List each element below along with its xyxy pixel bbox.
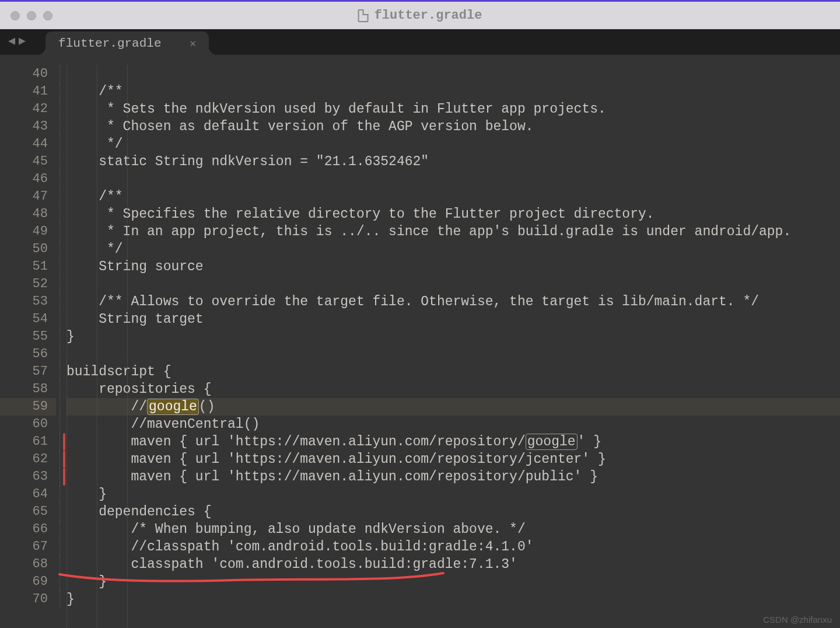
code-line[interactable]: } — [66, 573, 840, 591]
line-number: 61 — [0, 433, 48, 451]
tab-label: flutter.gradle — [58, 37, 161, 50]
code-line[interactable] — [66, 170, 840, 188]
line-number: 45 — [0, 153, 48, 170]
code-line[interactable]: repositories { — [66, 381, 840, 398]
line-number-gutter: 4041424344454647484950515253545556575859… — [0, 55, 56, 628]
line-number: 47 — [0, 188, 48, 205]
code-line[interactable]: dependencies { — [66, 503, 840, 521]
nav-back-icon[interactable]: ◀ — [8, 33, 15, 48]
tab-strip: ◀ ▶ flutter.gradle ✕ — [0, 29, 840, 55]
nav-forward-icon[interactable]: ▶ — [19, 33, 26, 48]
line-number: 65 — [0, 503, 48, 521]
code-area[interactable]: /** * Sets the ndkVersion used by defaul… — [64, 55, 840, 628]
line-number: 60 — [0, 416, 48, 433]
window-title-text: flutter.gradle — [374, 8, 482, 23]
line-number: 56 — [0, 346, 48, 363]
change-bar — [63, 451, 65, 468]
line-number: 69 — [0, 573, 48, 591]
line-number: 48 — [0, 205, 48, 223]
code-line[interactable]: //mavenCentral() — [66, 416, 840, 433]
code-line[interactable]: String source — [66, 258, 840, 275]
code-line[interactable]: /** — [66, 188, 840, 205]
window-minimize-button[interactable] — [27, 11, 36, 20]
code-line[interactable]: maven { url 'https://maven.aliyun.com/re… — [66, 433, 840, 451]
code-line[interactable]: /** Allows to override the target file. … — [66, 293, 840, 310]
window-controls — [10, 11, 52, 20]
line-number: 64 — [0, 486, 48, 503]
window-titlebar: flutter.gradle — [0, 0, 840, 29]
code-line[interactable]: */ — [66, 135, 840, 153]
code-line[interactable]: * In an app project, this is ../.. since… — [66, 223, 840, 240]
code-line[interactable] — [66, 65, 840, 83]
line-number: 52 — [0, 275, 48, 293]
line-number: 68 — [0, 556, 48, 573]
history-nav: ◀ ▶ — [0, 29, 34, 55]
code-line[interactable]: static String ndkVersion = "21.1.6352462… — [66, 153, 840, 170]
line-number: 55 — [0, 328, 48, 346]
line-number: 50 — [0, 240, 48, 258]
code-line[interactable]: /** — [66, 83, 840, 100]
code-line[interactable]: } — [66, 328, 840, 346]
code-line[interactable]: /* When bumping, also update ndkVersion … — [66, 521, 840, 538]
line-number: 54 — [0, 310, 48, 328]
window-title: flutter.gradle — [358, 8, 482, 23]
line-number: 41 — [0, 83, 48, 100]
line-number: 46 — [0, 170, 48, 188]
code-line[interactable]: classpath 'com.android.tools.build:gradl… — [66, 556, 840, 573]
line-number: 43 — [0, 118, 48, 135]
code-line[interactable]: //classpath 'com.android.tools.build:gra… — [66, 538, 840, 556]
tab-close-icon[interactable]: ✕ — [190, 37, 196, 50]
line-number: 67 — [0, 538, 48, 556]
window-maximize-button[interactable] — [43, 11, 52, 20]
line-number: 42 — [0, 100, 48, 118]
code-line[interactable]: maven { url 'https://maven.aliyun.com/re… — [66, 451, 840, 468]
code-line[interactable]: * Chosen as default version of the AGP v… — [66, 118, 840, 135]
code-editor[interactable]: 4041424344454647484950515253545556575859… — [0, 55, 840, 628]
code-line[interactable]: } — [66, 486, 840, 503]
watermark: CSDN @zhifanxu — [763, 615, 832, 624]
line-number: 57 — [0, 363, 48, 381]
line-number: 44 — [0, 135, 48, 153]
line-number: 63 — [0, 468, 48, 486]
line-number: 58 — [0, 381, 48, 398]
document-icon — [358, 9, 369, 22]
window-close-button[interactable] — [10, 11, 20, 20]
change-bar — [63, 433, 65, 451]
code-line[interactable]: String target — [66, 310, 840, 328]
fold-strip — [56, 55, 64, 628]
code-line[interactable]: buildscript { — [66, 363, 840, 381]
editor-tab[interactable]: flutter.gradle ✕ — [46, 32, 209, 55]
line-number: 59 — [0, 398, 56, 416]
code-line[interactable] — [66, 346, 840, 363]
line-number: 51 — [0, 258, 48, 275]
code-line[interactable] — [66, 275, 840, 293]
line-number: 70 — [0, 591, 48, 608]
code-line[interactable]: * Sets the ndkVersion used by default in… — [66, 100, 840, 118]
code-line[interactable]: //google() — [66, 398, 840, 416]
line-number: 40 — [0, 65, 48, 83]
code-line[interactable]: } — [66, 591, 840, 608]
code-line[interactable]: */ — [66, 240, 840, 258]
change-bar — [63, 468, 65, 486]
code-line[interactable]: * Specifies the relative directory to th… — [66, 205, 840, 223]
line-number: 66 — [0, 521, 48, 538]
line-number: 49 — [0, 223, 48, 240]
code-line[interactable]: maven { url 'https://maven.aliyun.com/re… — [66, 468, 840, 486]
line-number: 62 — [0, 451, 48, 468]
line-number: 53 — [0, 293, 48, 310]
